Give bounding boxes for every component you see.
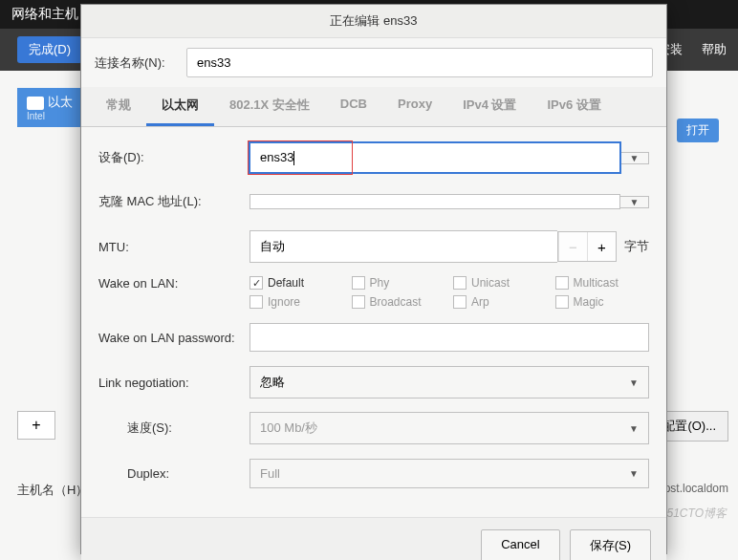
checkbox-label: Unicast (471, 276, 510, 290)
wol-checkbox-arp[interactable]: Arp (453, 295, 548, 309)
edit-connection-dialog: 正在编辑 ens33 连接名称(N): 常规 以太网 802.1X 安全性 DC… (80, 4, 667, 554)
cancel-button[interactable]: Cancel (481, 529, 559, 560)
connection-name-input[interactable] (186, 48, 653, 77)
wol-checkbox-magic[interactable]: Magic (555, 295, 650, 309)
mtu-label: MTU: (98, 240, 250, 254)
tab-proxy[interactable]: Proxy (382, 87, 447, 126)
interface-title: 以太 (48, 95, 73, 109)
tab-8021x[interactable]: 802.1X 安全性 (214, 87, 325, 126)
connection-name-label: 连接名称(N): (95, 54, 177, 72)
mtu-input[interactable]: 自动 (250, 230, 557, 263)
device-value: ens33 (260, 150, 610, 165)
mtu-unit: 字节 (624, 238, 649, 255)
ethernet-form: 设备(D): ens33 ▼ 克隆 MAC 地址(L): ▼ MTU: 自动 − (81, 127, 666, 517)
wol-password-input[interactable] (250, 323, 649, 352)
clone-mac-label: 克隆 MAC 地址(L): (98, 193, 250, 210)
save-button[interactable]: 保存(S) (570, 529, 651, 560)
checkbox-icon (250, 276, 263, 290)
wol-checkbox-default[interactable]: Default (250, 276, 344, 290)
add-interface-button[interactable]: + (17, 411, 55, 440)
wol-checkbox-broadcast[interactable]: Broadcast (352, 295, 446, 309)
checkbox-icon (555, 276, 569, 290)
ethernet-icon (27, 97, 44, 110)
clone-mac-row: 克隆 MAC 地址(L): ▼ (98, 186, 649, 217)
checkbox-label: Phy (370, 276, 390, 290)
checkbox-label: Multicast (574, 276, 619, 290)
link-negotiation-row: Link negotiation: 忽略▼ (98, 366, 649, 398)
help-button[interactable]: 帮助 (694, 36, 734, 63)
connection-name-row: 连接名称(N): (81, 38, 666, 87)
chevron-down-icon: ▼ (629, 423, 639, 434)
hostname-value: ost.localdom (664, 482, 728, 495)
wol-password-row: Wake on LAN password: (98, 322, 649, 353)
device-combobox[interactable]: ens33 (250, 142, 620, 173)
duplex-select: Full▼ (250, 459, 649, 488)
tab-ipv6[interactable]: IPv6 设置 (532, 87, 617, 126)
duplex-label: Duplex: (98, 466, 250, 481)
wol-row: Wake on LAN: DefaultPhyUnicastMulticastI… (98, 276, 649, 309)
interface-toggle[interactable]: 打开 (677, 118, 719, 142)
checkbox-label: Arp (471, 295, 489, 309)
tab-dcb[interactable]: DCB (325, 87, 382, 126)
wol-checkbox-phy[interactable]: Phy (352, 276, 446, 290)
checkbox-label: Broadcast (370, 295, 422, 309)
dialog-footer: Cancel 保存(S) (81, 517, 666, 560)
link-negotiation-select[interactable]: 忽略▼ (250, 366, 649, 398)
mtu-decrement-button[interactable]: − (558, 232, 587, 261)
checkbox-label: Magic (574, 295, 604, 309)
tab-bar: 常规 以太网 802.1X 安全性 DCB Proxy IPv4 设置 IPv6… (81, 87, 666, 127)
speed-label: 速度(S): (98, 420, 250, 437)
speed-row: 速度(S): 100 Mb/秒▼ (98, 412, 649, 444)
device-row: 设备(D): ens33 ▼ (98, 142, 649, 173)
interface-card[interactable]: 以太 Intel (17, 88, 84, 127)
clone-mac-dropdown-button[interactable]: ▼ (620, 196, 649, 208)
checkbox-icon (250, 295, 263, 309)
wol-checkbox-multicast[interactable]: Multicast (555, 276, 650, 290)
tab-general[interactable]: 常规 (91, 87, 146, 126)
done-button[interactable]: 完成(D) (17, 36, 82, 63)
link-negotiation-label: Link negotiation: (98, 376, 250, 390)
clone-mac-combobox[interactable] (250, 194, 620, 209)
chevron-down-icon: ▼ (629, 468, 639, 479)
checkbox-label: Ignore (268, 295, 300, 309)
checkbox-label: Default (268, 276, 304, 290)
dialog-title: 正在编辑 ens33 (81, 5, 666, 38)
duplex-row: Duplex: Full▼ (98, 458, 649, 488)
device-label: 设备(D): (98, 149, 250, 166)
mtu-row: MTU: 自动 − + 字节 (98, 230, 649, 263)
checkbox-icon (352, 276, 365, 290)
mtu-spinner: − + (557, 231, 617, 262)
checkbox-icon (352, 295, 365, 309)
wol-checkbox-unicast[interactable]: Unicast (453, 276, 548, 290)
wol-checkbox-ignore[interactable]: Ignore (250, 295, 344, 309)
tab-ipv4[interactable]: IPv4 设置 (447, 87, 532, 126)
checkbox-icon (453, 276, 467, 290)
wol-password-label: Wake on LAN password: (98, 331, 250, 345)
chevron-down-icon: ▼ (629, 377, 639, 388)
hostname-label: 主机名（H） (17, 482, 88, 499)
mtu-increment-button[interactable]: + (587, 232, 616, 261)
tab-ethernet[interactable]: 以太网 (146, 87, 214, 126)
interface-vendor: Intel (27, 111, 75, 121)
checkbox-icon (555, 295, 569, 309)
checkbox-icon (453, 295, 467, 309)
wol-label: Wake on LAN: (98, 276, 250, 291)
device-dropdown-button[interactable]: ▼ (620, 152, 649, 164)
wol-checkbox-grid: DefaultPhyUnicastMulticastIgnoreBroadcas… (250, 276, 649, 309)
speed-select: 100 Mb/秒▼ (250, 412, 649, 444)
